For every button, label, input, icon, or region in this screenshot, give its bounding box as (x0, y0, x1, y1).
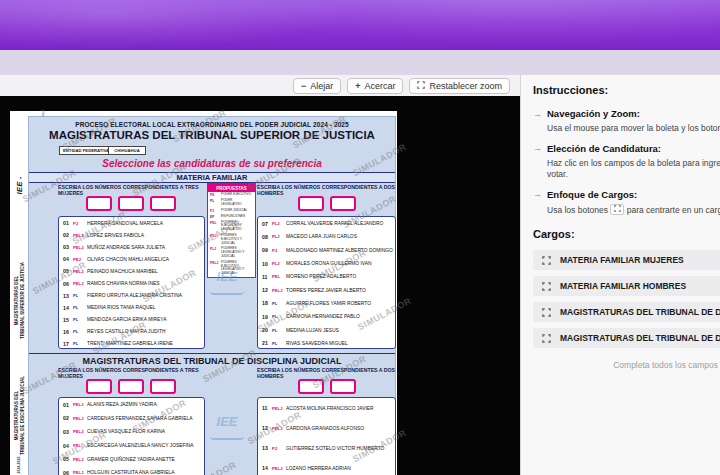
candidate-party-badge: PL (272, 341, 283, 346)
candidate-number: 01 (63, 220, 70, 226)
candidate-row: 05 PELJ GRAMER QUIÑONEZ YADIRA ANETTE (59, 452, 204, 466)
focus-corners-icon (610, 204, 624, 215)
vote-input-box[interactable] (118, 379, 144, 394)
candidate-name: HERRERA SANDOVAL MARCELA (87, 221, 163, 226)
candidate-name: LOZANO HERRERA ADRIAN (286, 466, 351, 471)
cargo-label: MAGISTRATURAS DEL TRIBUNAL DE DISCIPLINA… (560, 307, 720, 317)
candidate-name: CARMONA HERNANDEZ PABLO (286, 314, 360, 319)
election-process-title: PROCESO ELECTORAL LOCAL EXTRAORDINARIO D… (29, 121, 395, 128)
vote-input-box[interactable] (298, 379, 324, 394)
vote-input-box[interactable] (330, 196, 356, 211)
instruction-item-nav: → Navegación y Zoom: (533, 108, 720, 119)
cargo-focus-button[interactable]: MATERIA FAMILIAR HOMBRES (533, 276, 720, 296)
candidate-row: 16 PL REYES CASTILLO MAYRA JUDITH (59, 326, 204, 338)
candidate-number: 12 (262, 425, 269, 431)
candidate-row: 04 PEJ OLIVAS CHACON MAHLI ANGELICA (59, 253, 204, 265)
candidate-number: 06 (63, 281, 70, 287)
reset-zoom-label: Restablecer zoom (429, 81, 502, 91)
zoom-in-button[interactable]: + Acercar (347, 78, 403, 94)
instructions-title: Instrucciones: (533, 84, 720, 96)
reset-zoom-button[interactable]: Restablecer zoom (409, 78, 510, 94)
candidate-row: 20 PL MEDINA LUJAN JESUS (258, 323, 395, 336)
legend-label: PODERES EJECUTIVO, LEGISLATIVO Y JUDICIA… (221, 261, 253, 276)
cargos-button-list: MATERIA FAMILIAR MUJERES MATERIA FAMILIA… (533, 250, 720, 348)
minus-icon: − (301, 81, 306, 91)
candidate-row: 19 PL CARMONA HERNANDEZ PABLO (258, 310, 395, 323)
candidate-row: 03 PELJ CUEVAS VASQUEZ FLOR KARINA (59, 425, 204, 439)
candidate-number: 21 (262, 340, 269, 346)
candidate-row: 12 PELJ CARDONA GRANADOS ALFONSO (258, 418, 395, 438)
women-column-header-s2: ESCRIBA LOS NÚMEROS CORRESPONDIENTES A T… (58, 368, 204, 380)
candidate-party-badge: PJ (272, 446, 283, 451)
candidate-name: MUÑOZ ANDRADE SARA JULIETA (87, 245, 165, 250)
sub-banner (0, 50, 720, 75)
vote-input-box[interactable] (86, 196, 112, 211)
vote-boxes-s1-men (257, 196, 396, 211)
candidate-row: 04 PEL ESCARCEGA VALENZUELA NANCY JOSEFI… (59, 439, 204, 453)
candidate-name: CUEVAS VASQUEZ FLOR KARINA (87, 429, 165, 434)
vote-boxes-s2-men (257, 379, 396, 394)
focus-corners-icon (542, 253, 551, 268)
candidate-party-badge: PLJ (272, 221, 283, 226)
candidate-list-disciplina-women: 01 PELJ ALANIS REZA JAZMIN YADIRA 02 PEL… (58, 397, 205, 475)
candidate-row: 11 PELJ ACOSTA MOLINA FRANCISCO JAVIER (258, 398, 395, 418)
focus-corners-icon (542, 305, 551, 320)
arrow-icon: → (533, 109, 542, 119)
candidate-number: 06 (63, 470, 70, 475)
candidate-name: TRENTI MARTINEZ GABRIELA IRENE (87, 341, 173, 346)
candidate-row: 21 PL RIVAS SAAVEDRA MIGUEL (258, 337, 395, 349)
candidate-party-badge: PL (73, 305, 84, 310)
candidate-party-badge: PL (73, 293, 84, 298)
legend-code: PL (210, 199, 219, 203)
candidate-row: 12 PELJ TORRES PEREZ JAVIER ALBERTO (258, 283, 395, 296)
ballot-year: 2024-2025 (17, 452, 21, 475)
focus-corners-icon (417, 81, 425, 91)
entity-value-box: CHIHUAHUA (108, 146, 146, 155)
candidate-number: 09 (262, 247, 269, 253)
candidate-name: RIVAS SAAVEDRA MIGUEL (286, 341, 348, 346)
candidate-row: 08 PLJ MACEDO LARA JUAN CARLOS (258, 230, 395, 243)
cargo-focus-button[interactable]: MAGISTRATURAS DEL TRIBUNAL DE DISCIPLINA… (533, 328, 720, 348)
candidate-number: 11 (262, 405, 269, 411)
candidate-party-badge: PEJ (73, 257, 84, 262)
candidate-number: 03 (63, 429, 70, 435)
vote-boxes-s1-women (58, 196, 204, 211)
candidate-name: ESCARCEGA VALENZUELA NANCY JOSEFINA (87, 443, 194, 448)
candidate-name: CARDONA GRANADOS ALFONSO (286, 426, 364, 431)
zoom-out-label: Alejar (310, 81, 333, 91)
candidate-number: 07 (262, 221, 269, 227)
candidate-row: 13 PL FIERRO URRUTIA ALEJANDRA CRISTINA (59, 290, 204, 302)
vote-input-box[interactable] (118, 196, 144, 211)
candidate-party-badge: PL (73, 317, 84, 322)
candidate-name: CARDENAS FERNANDEZ SAHARA GABRIELA (87, 416, 192, 421)
cargo-focus-button[interactable]: MAGISTRATURAS DEL TRIBUNAL DE DISCIPLINA… (533, 302, 720, 322)
candidate-list-disciplina-men: 11 PELJ ACOSTA MOLINA FRANCISCO JAVIER 1… (257, 397, 396, 475)
vote-input-box[interactable] (298, 196, 324, 211)
vote-input-box[interactable] (150, 379, 176, 394)
zoom-toolbar: − Alejar + Acercar Restablecer zoom (0, 75, 520, 96)
candidate-party-badge: PELJ (272, 288, 283, 293)
candidate-party-badge: PELJ (73, 457, 84, 462)
cargo-focus-button[interactable]: MATERIA FAMILIAR MUJERES (533, 250, 720, 270)
candidate-row: 14 PL MEDINA RIOS TANIA RAQUEL (59, 302, 204, 314)
instruction-text-choice: Haz clic en los campos de la boleta para… (547, 158, 720, 181)
candidate-party-badge: PELJ (73, 402, 84, 407)
plus-icon: + (355, 81, 360, 91)
candidate-number: 04 (63, 256, 70, 262)
ballot-viewport[interactable]: Doblar aquí IEE - MAGISTRATURAS DEL TRIB… (0, 96, 520, 475)
candidate-party-badge: PEL (73, 443, 84, 448)
ballot-body: PROCESO ELECTORAL LOCAL EXTRAORDINARIO D… (28, 116, 396, 475)
legend-label: PODERES EJECUTIVO Y LEGISLATIVO (221, 221, 253, 232)
instruction-text-nav: Usa el mouse para mover la boleta y los … (547, 123, 720, 135)
candidate-number: 04 (63, 443, 70, 449)
candidate-party-badge: PELJ (73, 429, 84, 434)
vote-input-box[interactable] (86, 379, 112, 394)
entity-label-box: ENTIDAD FEDERATIVA (59, 146, 113, 155)
focus-corners-icon (542, 279, 551, 294)
zoom-out-button[interactable]: − Alejar (293, 78, 341, 94)
candidate-number: 16 (63, 329, 70, 335)
candidate-row: 15 PL MENDOZA GARCIA ERIKA MIREYA (59, 314, 204, 326)
vote-input-box[interactable] (330, 379, 356, 394)
vote-input-box[interactable] (150, 196, 176, 211)
candidate-row: 10 PLJ MORALES ORONA GUILLERMO IVAN (258, 257, 395, 270)
